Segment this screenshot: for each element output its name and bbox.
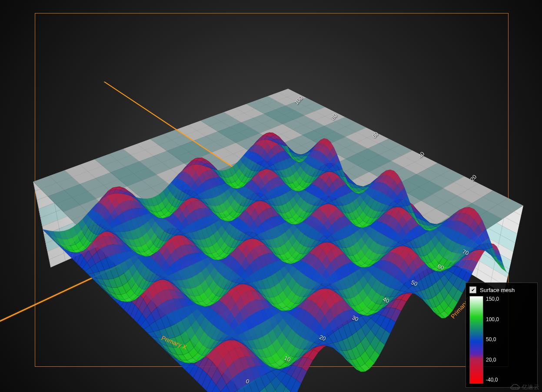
color-scale-gradient bbox=[469, 296, 483, 384]
svg-point-0 bbox=[512, 387, 514, 389]
legend-panel: Surface mesh 150,0100,050,020,0-40,0 bbox=[466, 282, 538, 388]
legend-series-label: Surface mesh bbox=[480, 287, 515, 293]
legend-checkbox[interactable] bbox=[469, 286, 476, 293]
viewport: 01020304050607020406080100020 Primary X … bbox=[0, 0, 542, 392]
svg-point-1 bbox=[515, 387, 516, 389]
color-scale-tick: 50,0 bbox=[486, 336, 499, 342]
color-scale-tick: -40,0 bbox=[486, 377, 499, 383]
watermark: 亿速云 bbox=[510, 383, 539, 391]
color-scale-ticks: 150,0100,050,020,0-40,0 bbox=[486, 296, 499, 383]
color-scale-tick: 20,0 bbox=[486, 357, 499, 363]
svg-point-2 bbox=[517, 387, 519, 389]
chart-scene-3d[interactable] bbox=[41, 39, 502, 348]
color-scale-tick: 100,0 bbox=[486, 316, 499, 322]
watermark-text: 亿速云 bbox=[522, 383, 539, 391]
color-scale-tick: 150,0 bbox=[486, 296, 499, 302]
watermark-cloud-icon bbox=[510, 383, 520, 391]
floor-plane bbox=[33, 89, 523, 390]
